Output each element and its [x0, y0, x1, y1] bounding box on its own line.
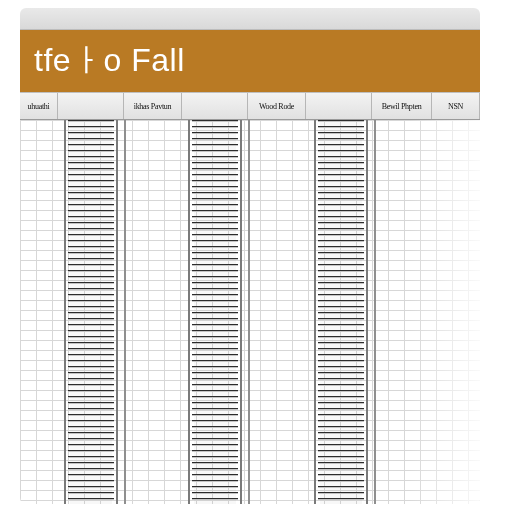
column-header[interactable]: Bewil Phpten: [372, 93, 432, 119]
ruled-column: [182, 120, 248, 504]
column-header[interactable]: ikhas Pavtun: [124, 93, 182, 119]
window-chrome-top: [20, 8, 480, 30]
app-window: tfeㅏo Fall uhuathi ikhas Pavtun Wood Rod…: [20, 8, 480, 504]
ruled-column: [308, 120, 374, 504]
column-header[interactable]: [182, 93, 248, 119]
column-header[interactable]: [306, 93, 372, 119]
column-separator: [248, 120, 250, 504]
column-header[interactable]: Wood Rode: [248, 93, 306, 119]
column-header[interactable]: [58, 93, 124, 119]
spreadsheet-grid[interactable]: [20, 120, 480, 504]
column-header[interactable]: uhuathi: [20, 93, 58, 119]
column-header[interactable]: NSN: [432, 93, 480, 119]
column-header-row: uhuathi ikhas Pavtun Wood Rode Bewil Php…: [20, 92, 480, 120]
column-separator: [124, 120, 126, 504]
title-text: tfeㅏo Fall: [34, 39, 185, 83]
column-separator: [374, 120, 376, 504]
title-bar: tfeㅏo Fall: [20, 30, 480, 92]
ruled-column: [58, 120, 124, 504]
